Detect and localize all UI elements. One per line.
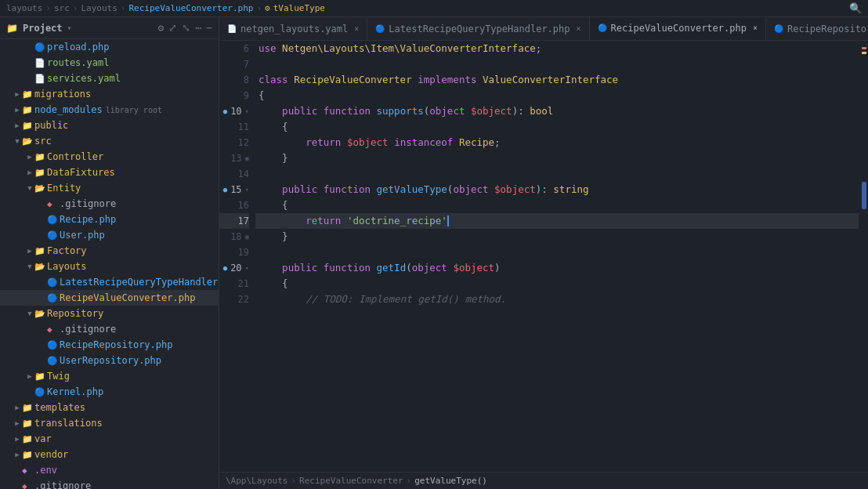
sidebar-item-label: LatestRecipeQueryTypeHandler.php xyxy=(60,277,219,288)
code-editor[interactable]: use Netgen\Layouts\Item\ValueConverterIn… xyxy=(255,41,859,472)
sidebar-item-label: node_modules xyxy=(34,104,103,115)
chevron-down-icon[interactable]: ▾ xyxy=(67,24,72,32)
sidebar-item-label: Layouts xyxy=(47,261,87,272)
sidebar-item-repository[interactable]: ▼ 📂 Repository xyxy=(0,306,219,321)
sidebar-item-latest-recipe[interactable]: 🔵 LatestRecipeQueryTypeHandler.php xyxy=(0,274,219,290)
sidebar-item-src[interactable]: ▼ 📂 src xyxy=(0,133,219,149)
sidebar-item-recipe[interactable]: 🔵 Recipe.php xyxy=(0,212,219,227)
chevron-down-icon: ▼ xyxy=(13,137,22,145)
sidebar-item-datafixtures[interactable]: ▶ 📁 DataFixtures xyxy=(0,165,219,180)
sidebar-item-recipe-converter[interactable]: 🔵 RecipeValueConverter.php xyxy=(0,290,219,306)
sidebar-item-gitignore-entity[interactable]: ◆ .gitignore xyxy=(0,196,219,212)
sidebar-item-var[interactable]: ▶ 📁 var xyxy=(0,431,219,447)
code-line-18: } xyxy=(255,229,859,244)
chevron-right-icon: ▶ xyxy=(13,404,22,411)
sidebar-item-label: DataFixtures xyxy=(47,167,115,178)
sidebar-item-factory[interactable]: ▶ 📁 Factory xyxy=(0,243,219,259)
sidebar-item-label: UserRepository.php xyxy=(60,355,161,366)
close-icon[interactable]: × xyxy=(753,24,758,32)
chevron-down-icon: ▼ xyxy=(25,263,34,270)
sidebar-item-kernel[interactable]: 🔵 Kernel.php xyxy=(0,384,219,400)
sidebar-item-routes[interactable]: 📄 routes.yaml xyxy=(0,55,219,71)
folder-icon: 📁 xyxy=(34,246,47,256)
minus-icon[interactable]: − xyxy=(206,22,212,34)
sidebar-item-entity[interactable]: ▼ 📂 Entity xyxy=(0,180,219,196)
tab-label: LatestRecipeQueryTypeHandler.php xyxy=(389,24,570,34)
sidebar-item-services[interactable]: 📄 services.yaml xyxy=(0,71,219,86)
expand-icon[interactable]: ⤢ xyxy=(168,22,177,34)
sidebar-item-public[interactable]: ▶ 📁 public xyxy=(0,118,219,133)
folder-icon: 📁 xyxy=(22,418,34,429)
folder-open-icon: 📂 xyxy=(34,183,47,194)
yaml-icon: 📄 xyxy=(34,58,47,68)
close-icon[interactable]: × xyxy=(354,24,359,33)
line-num-19: 19 xyxy=(219,244,249,260)
chevron-right-icon: ▶ xyxy=(13,451,22,458)
sidebar-item-twig[interactable]: ▶ 📁 Twig xyxy=(0,368,219,384)
line-num-22: 22 xyxy=(219,292,249,307)
collapse-icon[interactable]: ⤡ xyxy=(182,22,190,34)
tab-label: netgen_layouts.yaml xyxy=(241,24,348,34)
sidebar-item-label: RecipeRepository.php xyxy=(60,339,173,350)
chevron-right-icon: ▶ xyxy=(25,153,34,161)
line-num-18: 18 ◉ xyxy=(219,229,249,244)
sidebar-item-user[interactable]: 🔵 User.php xyxy=(0,227,219,243)
sidebar-item-label: public xyxy=(34,120,68,131)
chevron-right-icon: ▶ xyxy=(25,372,34,380)
tab-recipe-repo[interactable]: 🔵 RecipeRepository.php × xyxy=(766,17,868,41)
tab-recipe-converter[interactable]: 🔵 RecipeValueConverter.php × xyxy=(590,17,766,41)
yaml-tab-icon: 📄 xyxy=(227,24,237,33)
folder-open-icon: 📂 xyxy=(34,309,47,319)
tabs-bar: 📄 netgen_layouts.yaml × 🔵 LatestRecipeQu… xyxy=(219,17,868,41)
sidebar-header: 📁 Project ▾ ⚙ ⤢ ⤡ ⋯ − xyxy=(0,17,219,39)
status-path-2: RecipeValueConverter xyxy=(299,476,403,486)
bc-method[interactable]: tValueType xyxy=(273,3,325,13)
sidebar-item-label: Kernel.php xyxy=(47,386,103,397)
sidebar-item-user-repo[interactable]: 🔵 UserRepository.php xyxy=(0,353,219,368)
sidebar-item-preload[interactable]: 🔵 preload.php xyxy=(0,39,219,55)
error-scroll-marker xyxy=(862,47,866,49)
line-num-9: 9 xyxy=(219,88,249,103)
debug-icon: ● xyxy=(223,182,227,197)
sidebar-item-env[interactable]: ◆ .env xyxy=(0,462,219,478)
settings-icon[interactable]: ⚙ xyxy=(158,22,165,34)
php-icon: 🔵 xyxy=(34,387,47,397)
sidebar-item-controller[interactable]: ▶ 📁 Controller xyxy=(0,149,219,165)
sidebar-item-migrations[interactable]: ▶ 📁 migrations xyxy=(0,86,219,102)
project-label[interactable]: Project xyxy=(23,23,63,34)
php-tab-icon: 🔵 xyxy=(774,24,783,33)
bc-layouts2[interactable]: Layouts xyxy=(81,3,117,13)
fold-icon: ▾ xyxy=(245,103,249,119)
sidebar-item-gitignore-root[interactable]: ◆ .gitignore xyxy=(0,478,219,489)
sidebar-item-vendor[interactable]: ▶ 📁 vendor xyxy=(0,447,219,462)
sidebar-item-label: src xyxy=(34,136,52,147)
sidebar-item-gitignore-repo[interactable]: ◆ .gitignore xyxy=(0,321,219,337)
sidebar-item-node-modules[interactable]: ▶ 📁 node_modules library root xyxy=(0,102,219,118)
sidebar-item-label: Recipe.php xyxy=(60,214,116,225)
tab-latest-query[interactable]: 🔵 LatestRecipeQueryTypeHandler.php × xyxy=(367,17,589,41)
search-icon[interactable]: 🔍 xyxy=(849,2,862,14)
php-icon: 🔵 xyxy=(47,277,60,288)
bc-layouts[interactable]: layouts xyxy=(6,3,42,13)
bc-src[interactable]: src xyxy=(54,3,70,13)
sidebar-item-translations[interactable]: ▶ 📁 translations xyxy=(0,415,219,431)
debug-icon: ● xyxy=(223,103,227,119)
tab-netgen[interactable]: 📄 netgen_layouts.yaml × xyxy=(219,17,367,41)
more-icon[interactable]: ⋯ xyxy=(195,22,201,34)
sidebar-item-templates[interactable]: ▶ 📁 templates xyxy=(0,400,219,415)
sidebar-item-layouts[interactable]: ▼ 📂 Layouts xyxy=(0,259,219,274)
sidebar: 📁 Project ▾ ⚙ ⤢ ⤡ ⋯ − 🔵 preload.php xyxy=(0,17,219,489)
sidebar-item-recipe-repo[interactable]: 🔵 RecipeRepository.php xyxy=(0,337,219,353)
close-icon[interactable]: × xyxy=(577,24,581,33)
status-path-1: \App\Layouts xyxy=(226,476,288,486)
line-num-6: 6 xyxy=(219,41,249,56)
code-content: 6 7 8 9 ● 10 ▾ 11 xyxy=(219,41,868,472)
sidebar-item-label: .gitignore xyxy=(34,480,91,489)
folder-open-icon: 📂 xyxy=(22,136,34,147)
chevron-down-icon: ▼ xyxy=(25,310,34,317)
line-num-12: 12 xyxy=(219,135,249,150)
folder-icon: 📁 xyxy=(34,168,47,178)
sidebar-item-label: var xyxy=(34,433,52,444)
bc-file[interactable]: RecipeValueConverter.php xyxy=(128,3,253,13)
warn-scroll-marker xyxy=(862,52,866,54)
